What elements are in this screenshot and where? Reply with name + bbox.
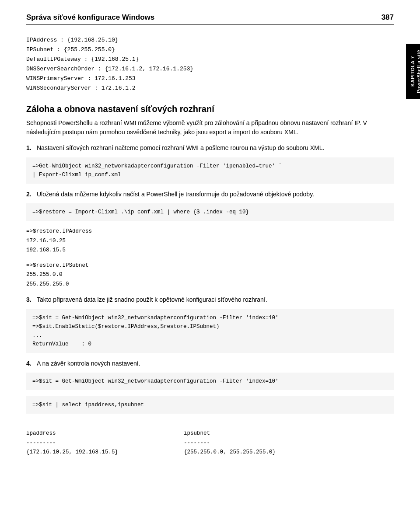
config-line-6: WINSSecondaryServer : 172.16.1.2 bbox=[26, 84, 394, 93]
item-3: 3. Takto připravená data lze již snadno … bbox=[26, 295, 394, 305]
table-col1-header: ipaddress bbox=[26, 429, 184, 438]
item-4-code2: =>$sit | select ipaddress,ipsubnet bbox=[26, 396, 394, 414]
item-4-text: A na závěr kontrola nových nastavení. bbox=[37, 359, 140, 369]
item-2-number: 2. bbox=[26, 190, 34, 199]
top-header: Správa síťové konfigurace Windows 387 bbox=[26, 13, 394, 25]
side-tab: KAPITOLA 7 PowerShell a sítě bbox=[406, 44, 420, 99]
item-2-output1-label: =>$restore.IPAddress bbox=[26, 228, 92, 234]
item-4-number: 4. bbox=[26, 359, 34, 369]
item-1-text: Nastavení síťových rozhraní načteme pomo… bbox=[37, 143, 324, 153]
item-2-output2-label: =>$restore.IPSubnet bbox=[26, 262, 89, 268]
table-col2-header: ipsubnet bbox=[184, 430, 210, 436]
table-row: {172.16.10.25, 192.168.15.5} {255.255.0.… bbox=[26, 449, 276, 455]
item-2-output1: =>$restore.IPAddress 172.16.10.25 192.16… bbox=[26, 227, 394, 255]
item-4-code1: =>$sit = Get-WmiObject win32_networkadap… bbox=[26, 373, 394, 390]
table-col2-sep: -------- bbox=[184, 440, 210, 446]
item-2-output1-values: 172.16.10.25 192.168.15.5 bbox=[26, 238, 66, 253]
item-1-code: =>Get-WmiObject win32_networkadapterconf… bbox=[26, 157, 394, 184]
side-tab-line2: PowerShell a sítě bbox=[416, 50, 420, 93]
config-section: IPAddress : {192.168.25.10} IPSubnet : {… bbox=[26, 35, 394, 94]
config-line-5: WINSPrimaryServer : 172.16.1.253 bbox=[26, 74, 394, 84]
config-line-2: IPSubnet : {255.255.255.0} bbox=[26, 45, 394, 55]
config-line-3: DefaultIPGateway : {192.168.25.1} bbox=[26, 55, 394, 64]
item-2-output2-values: 255.255.0.0 255.255.255.0 bbox=[26, 272, 69, 287]
side-tab-line1: KAPITOLA 7 bbox=[410, 56, 415, 87]
item-4-table: ipaddressipsubnet ----------------- {172… bbox=[26, 420, 394, 457]
config-line-4: DNSServerSearchOrder : {172.16.1.2, 172.… bbox=[26, 64, 394, 74]
config-line-1: IPAddress : {192.168.25.10} bbox=[26, 35, 394, 45]
item-2: 2. Uložená data můžeme kdykoliv načíst a… bbox=[26, 190, 394, 199]
page-title: Správa síťové konfigurace Windows bbox=[26, 13, 154, 22]
page-number: 387 bbox=[382, 13, 394, 22]
item-2-text: Uložená data můžeme kdykoliv načíst a Po… bbox=[37, 190, 314, 199]
item-3-code: =>$sit = Get-WmiObject win32_networkadap… bbox=[26, 309, 394, 353]
item-1-number: 1. bbox=[26, 143, 34, 153]
item-4: 4. A na závěr kontrola nových nastavení. bbox=[26, 359, 394, 369]
item-3-text: Takto připravená data lze již snadno pou… bbox=[37, 295, 267, 305]
intro-text: Schopnosti PowerShellu a rozhraní WMI mů… bbox=[26, 119, 394, 137]
item-2-code: =>$restore = Import-Clixml .\ip_conf.xml… bbox=[26, 203, 394, 221]
section-heading: Záloha a obnova nastavení síťových rozhr… bbox=[26, 104, 394, 114]
item-1: 1. Nastavení síťových rozhraní načteme p… bbox=[26, 143, 394, 153]
item-3-number: 3. bbox=[26, 295, 34, 305]
page-container: KAPITOLA 7 PowerShell a sítě Správa síťo… bbox=[0, 0, 420, 516]
table-col1-sep: --------- bbox=[26, 439, 184, 448]
item-2-output2: =>$restore.IPSubnet 255.255.0.0 255.255.… bbox=[26, 261, 394, 289]
